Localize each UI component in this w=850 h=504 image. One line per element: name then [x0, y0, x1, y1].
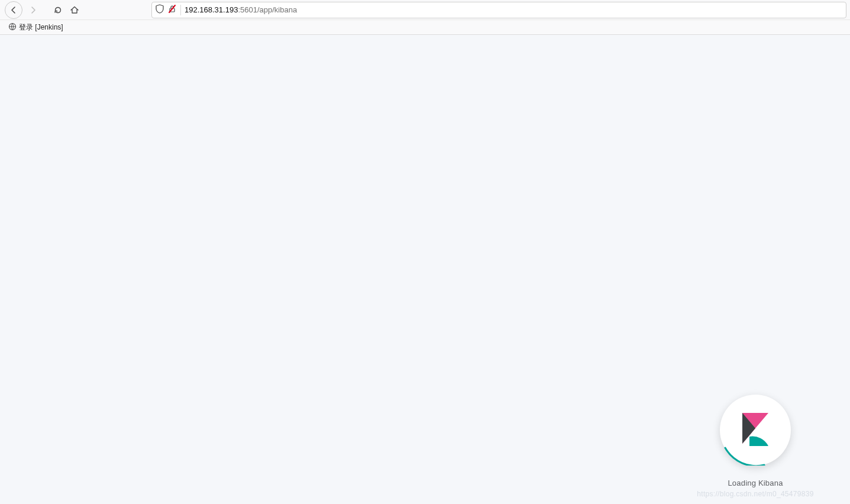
url-host: 192.168.31.193	[185, 5, 238, 14]
urlbar-separator	[180, 5, 181, 15]
globe-icon	[8, 22, 17, 33]
tracking-shield-icon	[156, 4, 164, 15]
insecure-connection-icon	[167, 4, 177, 15]
loading-arc-icon	[720, 395, 791, 466]
nav-buttons	[5, 1, 80, 19]
site-identity[interactable]	[156, 4, 177, 15]
watermark-text: https://blog.csdn.net/m0_45479839	[697, 490, 813, 498]
url-rest: :5601/app/kibana	[238, 5, 297, 14]
forward-button[interactable]	[27, 4, 39, 16]
page-viewport: Loading Kibana https://blog.csdn.net/m0_…	[0, 35, 850, 504]
bookmark-jenkins[interactable]: 登录 [Jenkins]	[6, 21, 66, 34]
home-button[interactable]	[69, 4, 80, 16]
url-text: 192.168.31.193:5601/app/kibana	[185, 5, 297, 14]
arrow-left-icon	[8, 4, 20, 16]
url-bar[interactable]: 192.168.31.193:5601/app/kibana	[151, 2, 846, 18]
loading-label: Loading Kibana	[728, 479, 783, 487]
kibana-splash-circle	[720, 395, 791, 466]
browser-toolbar: 192.168.31.193:5601/app/kibana	[0, 0, 850, 20]
bookmark-label: 登录 [Jenkins]	[19, 22, 63, 33]
back-button[interactable]	[5, 1, 22, 19]
kibana-loading-splash: Loading Kibana https://blog.csdn.net/m0_…	[696, 395, 815, 498]
reload-button[interactable]	[52, 4, 64, 16]
bookmarks-bar: 登录 [Jenkins]	[0, 20, 850, 35]
